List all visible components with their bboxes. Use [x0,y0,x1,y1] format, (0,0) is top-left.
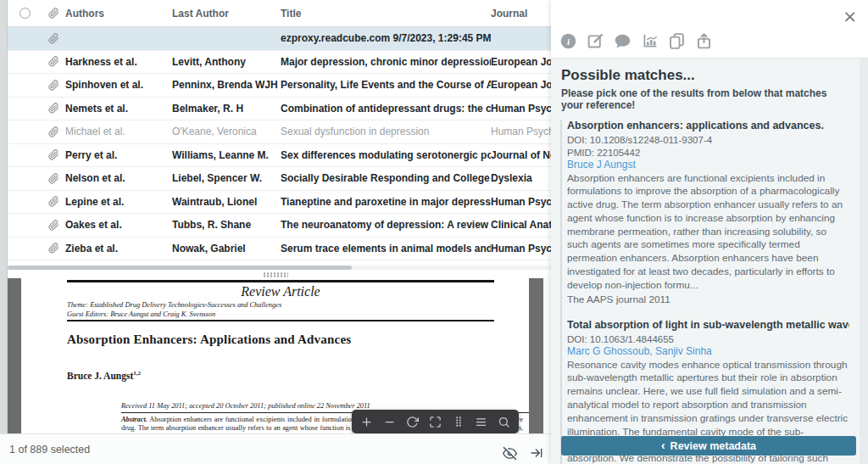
match-abstract: Absorption enhancers are functional exci… [567,172,849,293]
possible-matches-section: Possible matches... Please pick one of t… [551,59,868,464]
close-icon[interactable]: × [843,8,857,25]
details-panel: × i Possible matches... Plea [551,0,868,464]
attachment-column-header [42,8,65,19]
column-header-title[interactable]: Title [281,8,491,20]
row-title: Combination of antidepressant drugs: the… [281,103,491,115]
row-authors: Lepine et al. [65,196,172,208]
table-row[interactable]: Nemets et al.Belmaker, R. HCombination o… [8,98,551,121]
zoom-in-icon[interactable] [358,413,375,430]
column-header-authors[interactable]: Authors [65,8,172,20]
panel-title: Possible matches... [561,67,849,84]
row-last-author: Nowak, Gabriel [172,243,281,254]
row-journal: Human Psych [491,103,551,115]
row-last-author: Williams, Leanne M. [172,149,281,161]
fullscreen-icon[interactable] [427,413,444,430]
row-last-author: Penninx, Brenda WJH [172,79,281,91]
row-title: Major depression, chronic minor depressi… [281,56,491,68]
table-row[interactable]: Nelson et al.Liebel, Spencer W.Socially … [8,167,551,191]
row-authors: Michael et al. [65,126,172,137]
info-icon[interactable]: i [559,31,577,50]
row-last-author: Waintraub, Lionel [172,196,281,208]
share-icon[interactable] [694,31,713,50]
splitter-handle[interactable] [0,271,551,278]
table-row[interactable]: Harkness et al.Levitt, AnthonyMajor depr… [8,51,551,75]
row-journal: Human Psych [491,126,551,137]
table-row[interactable]: Perry et al.Williams, Leanne M.Sex diffe… [8,144,551,168]
thumbnails-icon[interactable] [450,413,467,430]
match-title[interactable]: Absorption enhancers: applications and a… [567,120,849,131]
paperclip-icon [42,33,65,44]
row-journal: Journal of Ne [491,149,551,161]
review-metadata-button[interactable]: ‹ Review metadata [561,436,856,456]
paperclip-icon [42,196,65,207]
row-title: Sexual dysfunction in depression [281,126,491,137]
table-row[interactable]: Zieba et al.Nowak, GabrielSerum trace el… [8,238,551,261]
paperclip-icon [42,56,65,67]
zoom-out-icon[interactable] [381,413,398,430]
match-authors-link[interactable]: Bruce J Aungst [567,159,849,172]
match-result-1[interactable]: Absorption enhancers: applications and a… [567,120,849,305]
match-list: Absorption enhancers: applications and a… [560,120,849,464]
row-authors: Zieba et al. [65,243,172,254]
match-pmid: PMID: 22105442 [567,147,849,159]
comment-icon[interactable] [613,31,632,50]
match-doi: DOI: 10.1208/s12248-011-9307-4 [567,134,849,147]
eye-off-icon[interactable] [502,445,517,461]
table-row[interactable]: Spinhoven et al.Penninx, Brenda WJHPerso… [8,74,551,98]
paperclip-icon [42,80,65,91]
row-last-author: O'Keane, Veronica [172,126,281,137]
pdf-banner: Review Article [67,284,494,299]
row-last-author: Liebel, Spencer W. [172,172,281,184]
pdf-author: Bruce J. Aungst1,2 [67,370,141,381]
row-title: Personality, Life Events and the Course … [281,79,491,91]
table-row[interactable]: Oakes et al.Tubbs, R. ShaneThe neuroanat… [8,214,551,238]
scrollbar-thumb[interactable] [8,266,352,270]
pdf-toolbar [352,410,519,433]
row-title: Serum trace elements in animal models an… [281,243,491,254]
row-journal: Human Psych [491,243,551,254]
app-root: Authors Last Author Title Journal ezprox… [0,0,868,464]
rotate-icon[interactable] [403,413,420,430]
row-journal: European Jou [491,79,551,91]
row-authors: Nelson et al. [65,172,172,184]
row-authors: Nemets et al. [65,103,172,115]
row-title: Sex differences modulating serotonergic … [281,149,491,161]
row-authors: Perry et al. [65,149,172,161]
search-icon[interactable] [496,413,513,430]
edit-icon[interactable] [586,31,604,50]
table-row[interactable]: ezproxy.readcube.com 9/7/2023, 1:29:45 P… [8,27,551,51]
row-journal: European Jou [491,56,551,68]
paperclip-icon [42,126,65,137]
table-row[interactable]: Michael et al.O'Keane, VeronicaSexual dy… [8,120,551,144]
review-metadata-label: Review metadata [670,440,756,452]
pdf-viewer-margin-right[interactable] [529,278,543,433]
paperclip-icon [42,220,65,231]
pdf-viewer-margin-left [8,278,21,433]
panel-scrollbar[interactable] [860,59,868,464]
match-source: The AAPS journal 2011 [567,293,849,305]
paperclip-icon [42,243,65,254]
match-authors-link[interactable]: Marc G Ghossoub, Sanjiv Sinha [567,345,849,359]
attachments-icon[interactable] [667,31,686,50]
table-row[interactable]: Lepine et al.Waintraub, LionelTianeptine… [8,191,551,215]
row-title: ezproxy.readcube.com 9/7/2023, 1:29:45 P… [281,32,491,44]
row-title: The neuroanatomy of depression: A review [281,219,491,231]
row-journal: Human Psych [491,196,551,208]
select-all-checkbox[interactable] [19,8,31,19]
row-authors: Harkness et al. [65,56,172,68]
metrics-icon[interactable] [640,31,659,50]
skip-to-end-icon[interactable] [529,445,544,461]
drag-dots-icon [263,272,288,277]
match-doi: DOI: 10.1063/1.4844655 [567,333,849,346]
row-title: Socially Desirable Responding and Colleg… [281,172,491,184]
menu-icon[interactable] [473,413,490,430]
pdf-guest-editors-line: Guest Editors: Bruce Aungst and Craig K.… [67,310,215,318]
pdf-article-title: Absorption Enhancers: Applications and A… [67,333,351,347]
paperclip-icon [42,103,65,114]
horizontal-scrollbar[interactable] [8,266,551,270]
match-title[interactable]: Total absorption of light in sub-wavelen… [567,319,849,331]
column-header-last-author[interactable]: Last Author [172,8,281,20]
status-bar: 1 of 889 selected [0,433,551,464]
column-header-journal[interactable]: Journal [491,8,551,20]
row-journal: Dyslexia [491,172,551,184]
